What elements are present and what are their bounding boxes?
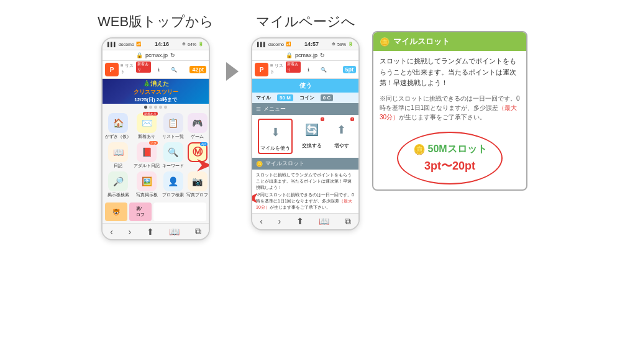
arrow-between-phones bbox=[226, 62, 239, 81]
wifi-icon2: 📶 bbox=[286, 42, 291, 47]
share-icon[interactable]: ⬆ bbox=[147, 227, 154, 237]
search-icon2: 🔍 bbox=[321, 67, 327, 73]
carrier-name: docomo bbox=[119, 42, 134, 47]
slot-note: ※同じスロットに挑戦できるのは一日一回です。0時を基準に1日1回となりますが、多… bbox=[256, 192, 355, 210]
lock-icon: 🔒 bbox=[136, 52, 143, 58]
zoom-box-body: スロットに挑戦してランダムでポイントをもらうことが出来ます。当たるポイントは運次… bbox=[373, 51, 526, 94]
zoom-box-header: 🪙 マイルスロット bbox=[373, 32, 526, 51]
signal-icon2: ▌▌▌ bbox=[257, 42, 267, 47]
signal-icon: ▌▌▌ bbox=[107, 42, 117, 47]
menu-exchange[interactable]: 🔄 ! 交換する bbox=[301, 119, 323, 154]
forward-icon2[interactable]: › bbox=[278, 216, 281, 226]
reload-icon2[interactable]: ↻ bbox=[320, 52, 325, 58]
dot-1 bbox=[144, 106, 147, 109]
phone1-address-bar[interactable]: 🔒 pcmax.jp ↻ bbox=[103, 50, 209, 61]
tabs-icon[interactable]: ⧉ bbox=[195, 226, 201, 237]
icon-diary[interactable]: 📖 日記 bbox=[105, 142, 131, 169]
menu-increase[interactable]: ⬆ ! 増やす bbox=[331, 119, 353, 154]
icon-mile[interactable]: Ⓜ Apt bbox=[186, 142, 208, 169]
nav-latest[interactable]: ℹ bbox=[152, 63, 165, 76]
nav-list2[interactable]: ≡ リスト bbox=[270, 63, 284, 76]
phone2-address-bar[interactable]: 🔒 pcmax.jp ↻ bbox=[252, 50, 358, 61]
slot-label: マイルスロット bbox=[265, 160, 304, 168]
section1-column: WEB版トップから ▌▌▌ docomo 📶 14:16 ⊕ 64% 🔋 🔒 bbox=[98, 12, 214, 240]
battery-icon2: 🔋 bbox=[348, 42, 354, 47]
book-icon2[interactable]: 📖 bbox=[319, 216, 329, 226]
forward-icon[interactable]: › bbox=[128, 227, 131, 237]
nav-search[interactable]: 🔍 bbox=[167, 63, 181, 76]
phone1-banner-text: 🎄消えた クリスマスツリー 12/25(日) 24時まで bbox=[134, 80, 178, 103]
icon-game[interactable]: 🎮 ゲーム bbox=[186, 113, 208, 140]
phone2-nav-bar: P ≡ リスト ✉ 新着あり ℹ 🔍 5pt bbox=[252, 61, 358, 79]
adult-notif: アダ bbox=[149, 141, 158, 145]
zoom-promo-container: 🪙 50Mスロット 3pt〜20pt bbox=[373, 127, 526, 189]
phone1-time: 14:16 bbox=[155, 41, 169, 47]
phone2-use-tab[interactable]: 使う bbox=[252, 79, 358, 93]
icon-keyword[interactable]: 🔍 キーワード bbox=[162, 142, 184, 169]
icon-list[interactable]: 📋 リスト一覧 bbox=[162, 113, 184, 140]
phone2-status-bar: ▌▌▌ docomo 📶 14:57 ⊕ 59% 🔋 bbox=[252, 39, 358, 50]
icon-photo-prof[interactable]: 📷 写真プロフ bbox=[186, 171, 208, 198]
coin-value: 0 C bbox=[321, 94, 333, 101]
book-icon[interactable]: 📖 bbox=[169, 227, 180, 237]
back-icon2[interactable]: ‹ bbox=[260, 216, 263, 226]
slot-text: スロットに挑戦してランダムでポイントをもらうことが出来ます。当たるポイントは運次… bbox=[256, 172, 355, 190]
phone2-mail-row: マイル 50 M コイン 0 C bbox=[252, 93, 358, 103]
phone1-battery: ⊕ 64% 🔋 bbox=[182, 42, 204, 47]
nav-new2[interactable]: ✉ 新着あり bbox=[286, 63, 299, 76]
back-icon[interactable]: ‹ bbox=[110, 227, 113, 237]
icon-photo-bbs[interactable]: 🖼️ 写真掲示板 bbox=[134, 171, 160, 198]
svg-marker-1 bbox=[251, 193, 257, 203]
phone2-carrier: ▌▌▌ docomo 📶 bbox=[257, 42, 291, 47]
zoom-promo-oval: 🪙 50Mスロット 3pt〜20pt bbox=[397, 132, 503, 184]
menu-label: メニュー bbox=[263, 105, 286, 113]
main-container: WEB版トップから ▌▌▌ docomo 📶 14:16 ⊕ 64% 🔋 🔒 bbox=[0, 0, 625, 253]
nav-logo: P bbox=[105, 63, 119, 76]
nav-logo2: P bbox=[255, 63, 268, 76]
phone2-time: 14:57 bbox=[304, 41, 319, 47]
nav-latest2[interactable]: ℹ bbox=[301, 63, 315, 76]
exchange-icon: 🔄 ! bbox=[301, 119, 323, 141]
icon-home[interactable]: 🏠 かずき（仮） bbox=[105, 113, 131, 140]
phone1-status-bar: ▌▌▌ docomo 📶 14:16 ⊕ 64% 🔋 bbox=[103, 39, 209, 50]
zoom-box: 🪙 マイルスロット スロットに挑戦してランダムでポイントをもらうことが出来ます。… bbox=[372, 31, 527, 191]
pt-badge-phone2[interactable]: 5pt bbox=[343, 66, 357, 73]
zoom-note-end: が生じます事をご了承下さい。 bbox=[399, 114, 486, 121]
nav-list[interactable]: ≡ リスト bbox=[121, 63, 134, 76]
icon-prof-search[interactable]: 👤 プロフ検索 bbox=[162, 171, 184, 198]
icon-adult-diary[interactable]: 📕 アダ アダルト日記 bbox=[134, 142, 160, 169]
icon-mail[interactable]: ✉️ 新着あり 新着あり bbox=[134, 113, 160, 140]
exchange-notif: ! bbox=[321, 117, 324, 121]
nav-search2[interactable]: 🔍 bbox=[317, 63, 331, 76]
dot-4 bbox=[159, 106, 162, 109]
mail-value: 50 M bbox=[277, 94, 293, 101]
tabs-icon2[interactable]: ⧉ bbox=[345, 216, 351, 227]
share-icon2[interactable]: ⬆ bbox=[296, 216, 304, 226]
lock-icon2: 🔒 bbox=[286, 52, 293, 58]
new-badge: 新着あり bbox=[136, 61, 151, 73]
nav-new[interactable]: ✉ 新着あり bbox=[136, 63, 150, 76]
section1-label: WEB版トップから bbox=[98, 12, 214, 31]
zoom-promo-main: 🪙 50Mスロット bbox=[413, 143, 487, 156]
reload-icon[interactable]: ↻ bbox=[170, 52, 175, 58]
coin-label: コイン bbox=[299, 94, 314, 101]
bluetooth-icon2: ⊕ bbox=[332, 42, 335, 47]
menu-use-miles[interactable]: ⬇ マイルを使う bbox=[258, 119, 293, 154]
phone1-icon-grid: 🏠 かずき（仮） ✉️ 新着あり 新着あり 📋 リスト一覧 🎮 ゲーム bbox=[103, 111, 209, 201]
zoom-promo-sub: 3pt〜20pt bbox=[424, 158, 475, 173]
icon-bbs[interactable]: 🔎 掲示板検索 bbox=[105, 171, 131, 198]
dot-2 bbox=[149, 106, 152, 109]
phone2-menu-icons: ⬇ マイルを使う 🔄 ! 交換する ⬆ ! 増やす bbox=[252, 115, 358, 158]
exchange-label: 交換する bbox=[302, 142, 322, 149]
increase-label: 増やす bbox=[334, 142, 349, 149]
search-icon: 🔍 bbox=[171, 67, 177, 73]
dot-3 bbox=[154, 106, 157, 109]
phone2-slot-content: スロットに挑戦してランダムでポイントをもらうことが出来ます。当たるポイントは運次… bbox=[252, 170, 358, 213]
dot-5 bbox=[164, 106, 167, 109]
pt-badge-phone1[interactable]: 42pt bbox=[189, 66, 206, 73]
phone1-thumbnail-row: 🐯 裏/ロフ bbox=[103, 201, 209, 223]
section2-column: マイルページへ ▌▌▌ docomo 📶 14:57 ⊕ 59% 🔋 🔒 bbox=[251, 12, 360, 230]
phone1-nav-bar: P ≡ リスト ✉ 新着あり ℹ 🔍 42pt bbox=[103, 61, 209, 79]
mail-label: マイル bbox=[256, 94, 271, 101]
new-badge2: 新着あり bbox=[286, 61, 301, 73]
